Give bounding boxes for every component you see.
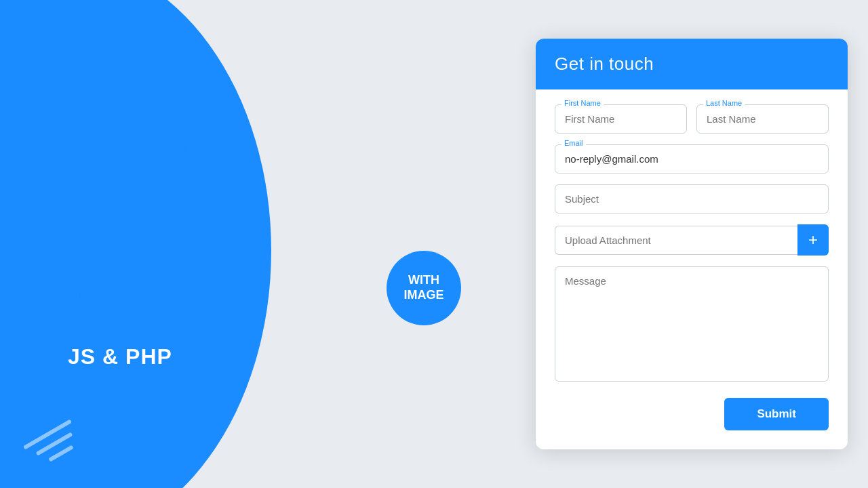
message-textarea[interactable] — [555, 266, 829, 382]
email-group: Email — [555, 144, 829, 174]
upload-attachment-input[interactable] — [555, 226, 797, 255]
reload-label: RELOAD — [41, 283, 151, 312]
subject-input[interactable] — [555, 184, 829, 214]
name-row: First Name Last Name — [555, 104, 829, 134]
form-line2: SUBMIT — [41, 185, 475, 239]
email-label: Email — [561, 139, 586, 147]
first-name-label: First Name — [561, 99, 604, 107]
no-page-label: NO PAGE — [41, 246, 151, 275]
submit-row: Submit — [555, 398, 829, 430]
upload-attachment-button[interactable]: + — [797, 224, 829, 256]
no-page-row: NO PAGE RELOAD WITHIMAGE — [41, 239, 475, 311]
form-body: First Name Last Name Email + — [536, 89, 848, 449]
form-submit-text: FORM SUBMIT — [41, 131, 475, 239]
decorative-lines — [20, 432, 75, 461]
form-title: Get in touch — [555, 54, 829, 75]
email-input[interactable] — [555, 144, 829, 174]
form-line1: FORM — [41, 131, 475, 185]
with-image-badge: WITHIMAGE — [387, 251, 461, 325]
first-name-input[interactable] — [555, 104, 687, 134]
submit-button[interactable]: Submit — [724, 398, 829, 430]
left-content: AJAX FORM SUBMIT NO PAGE RELOAD WITHIMAG… — [41, 106, 475, 381]
ajax-label: AJAX — [41, 106, 475, 128]
form-card: Get in touch First Name Last Name Email — [536, 39, 848, 449]
no-page-reload-text: NO PAGE RELOAD — [41, 239, 151, 311]
with-image-label: WITHIMAGE — [403, 273, 443, 302]
left-panel: AJAX FORM SUBMIT NO PAGE RELOAD WITHIMAG… — [0, 0, 515, 488]
last-name-input[interactable] — [696, 104, 829, 134]
first-name-group: First Name — [555, 104, 687, 134]
upload-row: + — [555, 224, 829, 256]
js-php-button: JS & PHP — [41, 332, 199, 382]
last-name-label: Last Name — [703, 99, 745, 107]
right-panel: Get in touch First Name Last Name Email — [515, 0, 868, 488]
last-name-group: Last Name — [696, 104, 829, 134]
form-header: Get in touch — [536, 39, 848, 89]
